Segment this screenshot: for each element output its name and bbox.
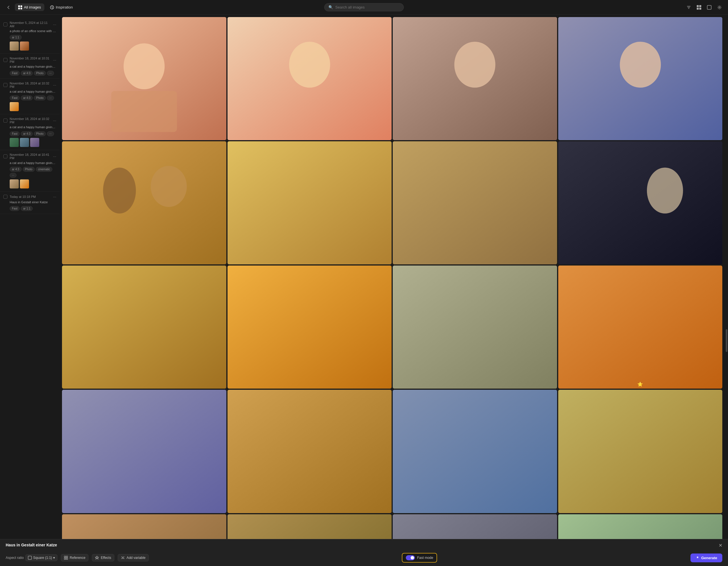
svg-rect-27 (62, 266, 226, 389)
effects-button[interactable]: Effects (92, 554, 114, 561)
view-grid-button[interactable] (695, 3, 703, 11)
gen-thumb[interactable] (10, 179, 19, 189)
image-cell[interactable] (558, 514, 723, 539)
aspect-ratio-selector: Aspect ratio Square (1:1) ▾ (6, 554, 57, 561)
image-cell[interactable] (62, 514, 226, 539)
image-cell[interactable] (62, 17, 226, 140)
image-cell[interactable] (227, 17, 392, 140)
all-images-tab[interactable]: All images (15, 3, 44, 11)
svg-point-19 (620, 42, 661, 88)
gen-thumb[interactable] (20, 42, 29, 51)
image-cell[interactable] (393, 390, 557, 513)
gen-checkbox-4[interactable] (3, 119, 7, 123)
gen-more-6[interactable]: ··· (53, 195, 56, 199)
gen-tags-3: Fast ar 4:3 Photo ··· (10, 96, 56, 100)
svg-point-12 (124, 43, 165, 89)
image-cell[interactable] (393, 514, 557, 539)
gen-thumbnails-4 (10, 138, 56, 147)
gen-thumb[interactable] (20, 179, 29, 189)
inspiration-tab[interactable]: Inspiration (47, 3, 76, 11)
generation-title: Haus in Gestalt einer Katze (6, 543, 722, 547)
svg-rect-9 (707, 5, 711, 9)
search-input[interactable] (335, 5, 400, 9)
gen-checkbox-2[interactable] (3, 58, 7, 62)
svg-rect-5 (697, 5, 699, 7)
view-window-button[interactable] (705, 3, 713, 11)
right-scrollbar[interactable] (725, 15, 728, 539)
gen-header-4: November 18, 2024 at 10:32 PM ··· (3, 117, 56, 124)
svg-point-17 (454, 42, 495, 88)
image-cell[interactable] (393, 141, 557, 265)
image-cell[interactable] (62, 266, 226, 389)
nav-right (685, 3, 723, 11)
image-cell[interactable] (227, 514, 392, 539)
image-cell[interactable] (558, 17, 723, 140)
gen-prompt-1: a photo of an office scene with a perso.… (10, 29, 56, 33)
svg-rect-0 (18, 5, 20, 7)
gen-more-5[interactable]: ··· (53, 154, 56, 159)
image-cell[interactable] (62, 390, 226, 513)
gen-more-1[interactable]: ··· (53, 22, 56, 27)
svg-rect-8 (699, 8, 701, 10)
aspect-ratio-label: Aspect ratio (6, 556, 24, 560)
gen-checkbox-1[interactable] (3, 22, 7, 26)
gen-thumbnails-5 (10, 179, 56, 189)
gen-more-3[interactable]: ··· (53, 83, 56, 87)
svg-rect-29 (393, 266, 557, 389)
gen-thumb[interactable] (20, 138, 29, 147)
svg-rect-56 (64, 558, 66, 559)
gen-date-5: November 18, 2024 at 10:41 PM (10, 153, 51, 160)
grid-icon (18, 5, 22, 9)
reference-button[interactable]: Reference (61, 554, 88, 561)
toggle-switch[interactable] (406, 555, 415, 560)
gen-tag: Fast (10, 131, 20, 136)
gen-tag: Photo (34, 131, 46, 136)
generation-group: November 18, 2024 at 10:32 PM ··· a cat … (0, 79, 60, 114)
gen-thumb[interactable] (30, 138, 39, 147)
close-button[interactable]: ✕ (719, 543, 722, 548)
gen-more-2[interactable]: ··· (53, 58, 56, 62)
image-cell[interactable] (62, 141, 226, 265)
gen-checkbox-6[interactable] (3, 195, 7, 199)
settings-button[interactable] (715, 3, 723, 11)
image-cell[interactable] (558, 141, 723, 265)
gen-header-3: November 18, 2024 at 10:32 PM ··· (3, 82, 56, 88)
bottom-section: Haus in Gestalt einer Katze ✕ Aspect rat… (0, 539, 728, 566)
svg-rect-28 (227, 266, 392, 389)
gen-thumb[interactable] (10, 138, 19, 147)
gen-tag: Fast (10, 96, 20, 100)
image-cell[interactable] (558, 390, 723, 513)
gen-more-4[interactable]: ··· (53, 118, 56, 123)
fast-mode-label: Fast mode (417, 556, 433, 560)
svg-rect-3 (20, 8, 22, 9)
image-cell[interactable] (393, 17, 557, 140)
fast-mode-toggle[interactable]: Fast mode (402, 553, 437, 563)
gen-tag: ar 4:3 (21, 96, 33, 100)
gen-date-1: November 5, 2024 at 12:11 AM (10, 21, 51, 28)
image-cell[interactable] (393, 266, 557, 389)
gen-checkbox-5[interactable] (3, 154, 7, 158)
gen-tags-1: ar 1:1 (10, 35, 56, 40)
image-cell[interactable] (227, 266, 392, 389)
gen-thumb[interactable] (10, 102, 19, 111)
generate-button[interactable]: Generate (690, 553, 722, 562)
image-cell[interactable] (227, 141, 392, 265)
image-cell[interactable]: ⭐ (558, 266, 723, 389)
gen-thumb[interactable] (10, 42, 19, 51)
gen-tag: ··· (47, 96, 54, 100)
image-cell[interactable] (227, 390, 392, 513)
back-button[interactable] (5, 3, 13, 11)
image-row-4 (62, 390, 722, 513)
add-variable-label: Add variable (127, 556, 146, 560)
svg-point-15 (289, 42, 330, 88)
generation-group: November 18, 2024 at 10:41 PM ··· a cat … (0, 150, 60, 192)
filter-button[interactable] (685, 3, 693, 11)
aspect-ratio-dropdown[interactable]: Square (1:1) ▾ (25, 554, 57, 561)
search-icon: 🔍 (328, 5, 333, 9)
svg-rect-6 (699, 5, 701, 7)
gen-tag: ar 1:1 (10, 35, 22, 40)
scroll-thumb[interactable] (726, 329, 727, 352)
gen-tag: Photo (23, 167, 35, 172)
add-variable-button[interactable]: Add variable (118, 554, 149, 561)
gen-checkbox-3[interactable] (3, 83, 7, 87)
